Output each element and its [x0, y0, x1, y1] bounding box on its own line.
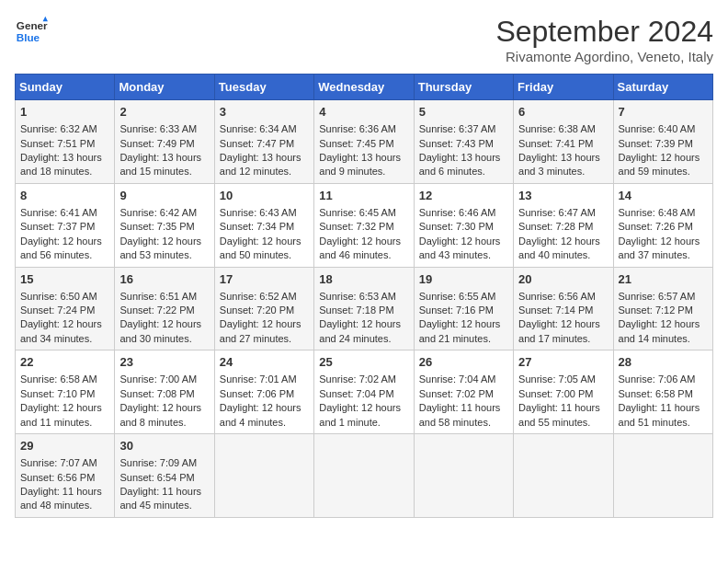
logo: General Blue	[15, 15, 48, 48]
day-number: 10	[220, 188, 309, 204]
daylight-text: Daylight: 12 hours and 27 minutes.	[220, 318, 301, 343]
daylight-text: Daylight: 12 hours and 1 minute.	[319, 402, 401, 427]
calendar-cell: 21Sunrise: 6:57 AMSunset: 7:12 PMDayligh…	[613, 267, 712, 350]
daylight-text: Daylight: 12 hours and 37 minutes.	[619, 236, 700, 260]
day-number: 17	[220, 271, 309, 288]
svg-text:Blue: Blue	[17, 31, 40, 43]
day-number: 13	[518, 188, 608, 204]
sunset-text: Sunset: 7:18 PM	[319, 304, 393, 316]
calendar-cell: 25Sunrise: 7:02 AMSunset: 7:04 PMDayligh…	[314, 350, 414, 434]
sunrise-text: Sunrise: 7:05 AM	[518, 373, 596, 385]
day-number: 22	[20, 354, 109, 371]
calendar-week-row: 15Sunrise: 6:50 AMSunset: 7:24 PMDayligh…	[16, 267, 713, 350]
day-number: 23	[119, 354, 209, 371]
day-number: 12	[419, 188, 508, 204]
daylight-text: Daylight: 11 hours and 48 minutes.	[20, 486, 102, 511]
calendar-cell	[414, 434, 513, 518]
day-number: 15	[20, 271, 109, 288]
calendar-cell: 20Sunrise: 6:56 AMSunset: 7:14 PMDayligh…	[514, 267, 613, 350]
daylight-text: Daylight: 13 hours and 15 minutes.	[119, 152, 201, 177]
calendar-cell: 15Sunrise: 6:50 AMSunset: 7:24 PMDayligh…	[16, 267, 115, 350]
sunset-text: Sunset: 7:24 PM	[20, 304, 95, 316]
daylight-text: Daylight: 11 hours and 45 minutes.	[119, 486, 201, 511]
title-area: September 2024 Rivamonte Agordino, Venet…	[495, 15, 713, 64]
day-number: 25	[319, 354, 408, 371]
sunset-text: Sunset: 7:12 PM	[619, 304, 693, 316]
sunrise-text: Sunrise: 6:47 AM	[518, 207, 596, 218]
calendar-cell: 8Sunrise: 6:41 AMSunset: 7:37 PMDaylight…	[16, 183, 115, 267]
daylight-text: Daylight: 11 hours and 58 minutes.	[419, 402, 501, 427]
calendar-cell	[613, 434, 712, 518]
calendar-cell: 29Sunrise: 7:07 AMSunset: 6:56 PMDayligh…	[16, 434, 115, 518]
day-number: 2	[119, 104, 209, 121]
day-number: 11	[319, 188, 408, 204]
sunset-text: Sunset: 7:39 PM	[619, 138, 693, 149]
sunset-text: Sunset: 7:02 PM	[419, 388, 494, 399]
sunrise-text: Sunrise: 6:37 AM	[419, 123, 496, 134]
daylight-text: Daylight: 12 hours and 11 minutes.	[20, 402, 102, 427]
calendar-cell: 30Sunrise: 7:09 AMSunset: 6:54 PMDayligh…	[115, 434, 214, 518]
calendar-cell: 11Sunrise: 6:45 AMSunset: 7:32 PMDayligh…	[314, 183, 414, 267]
daylight-text: Daylight: 12 hours and 30 minutes.	[119, 318, 201, 343]
sunrise-text: Sunrise: 6:46 AM	[419, 207, 496, 218]
day-number: 29	[20, 438, 109, 454]
calendar-cell: 2Sunrise: 6:33 AMSunset: 7:49 PMDaylight…	[115, 100, 214, 184]
sunrise-text: Sunrise: 6:40 AM	[619, 123, 696, 134]
sunset-text: Sunset: 7:22 PM	[119, 304, 194, 316]
calendar-cell: 6Sunrise: 6:38 AMSunset: 7:41 PMDaylight…	[514, 100, 613, 184]
daylight-text: Daylight: 12 hours and 21 minutes.	[419, 318, 501, 343]
daylight-text: Daylight: 12 hours and 40 minutes.	[518, 236, 600, 260]
calendar-cell	[514, 434, 613, 518]
calendar-table: SundayMondayTuesdayWednesdayThursdayFrid…	[15, 74, 713, 518]
day-number: 19	[419, 271, 508, 288]
sunrise-text: Sunrise: 7:06 AM	[619, 373, 696, 385]
sunrise-text: Sunrise: 6:43 AM	[220, 207, 297, 218]
sunset-text: Sunset: 7:47 PM	[220, 138, 294, 149]
sunset-text: Sunset: 6:54 PM	[119, 472, 194, 483]
day-number: 6	[518, 104, 608, 121]
calendar-cell: 17Sunrise: 6:52 AMSunset: 7:20 PMDayligh…	[214, 267, 313, 350]
calendar-cell: 13Sunrise: 6:47 AMSunset: 7:28 PMDayligh…	[514, 183, 613, 267]
calendar-cell: 24Sunrise: 7:01 AMSunset: 7:06 PMDayligh…	[214, 350, 313, 434]
day-number: 28	[619, 354, 708, 371]
calendar-cell: 28Sunrise: 7:06 AMSunset: 6:58 PMDayligh…	[613, 350, 712, 434]
calendar-cell: 3Sunrise: 6:34 AMSunset: 7:47 PMDaylight…	[214, 100, 313, 184]
sunrise-text: Sunrise: 6:45 AM	[319, 207, 396, 218]
daylight-text: Daylight: 12 hours and 14 minutes.	[619, 318, 700, 343]
daylight-text: Daylight: 12 hours and 24 minutes.	[319, 318, 401, 343]
sunset-text: Sunset: 7:14 PM	[518, 304, 593, 316]
calendar-cell: 4Sunrise: 6:36 AMSunset: 7:45 PMDaylight…	[314, 100, 414, 184]
weekday-header: Tuesday	[214, 75, 313, 100]
sunrise-text: Sunrise: 6:51 AM	[119, 291, 197, 302]
calendar-cell: 19Sunrise: 6:55 AMSunset: 7:16 PMDayligh…	[414, 267, 513, 350]
calendar-cell: 23Sunrise: 7:00 AMSunset: 7:08 PMDayligh…	[115, 350, 214, 434]
sunrise-text: Sunrise: 6:34 AM	[220, 123, 297, 134]
calendar-week-row: 22Sunrise: 6:58 AMSunset: 7:10 PMDayligh…	[16, 350, 713, 434]
sunrise-text: Sunrise: 6:38 AM	[518, 123, 596, 134]
day-number: 9	[119, 188, 209, 204]
month-title: September 2024	[495, 15, 713, 49]
day-number: 30	[119, 438, 209, 454]
day-number: 4	[319, 104, 408, 121]
weekday-header: Thursday	[414, 75, 513, 100]
day-number: 5	[419, 104, 508, 121]
sunset-text: Sunset: 7:41 PM	[518, 138, 593, 149]
day-number: 18	[319, 271, 408, 288]
calendar-cell: 7Sunrise: 6:40 AMSunset: 7:39 PMDaylight…	[613, 100, 712, 184]
sunset-text: Sunset: 7:49 PM	[119, 138, 194, 149]
daylight-text: Daylight: 12 hours and 43 minutes.	[419, 236, 501, 260]
sunset-text: Sunset: 7:51 PM	[20, 138, 95, 149]
sunset-text: Sunset: 7:32 PM	[319, 221, 393, 232]
sunrise-text: Sunrise: 6:36 AM	[319, 123, 396, 134]
daylight-text: Daylight: 12 hours and 8 minutes.	[119, 402, 201, 427]
sunrise-text: Sunrise: 7:09 AM	[119, 457, 197, 468]
daylight-text: Daylight: 13 hours and 6 minutes.	[419, 152, 501, 177]
sunrise-text: Sunrise: 7:00 AM	[119, 373, 197, 385]
calendar-cell: 18Sunrise: 6:53 AMSunset: 7:18 PMDayligh…	[314, 267, 414, 350]
sunrise-text: Sunrise: 7:02 AM	[319, 373, 396, 385]
weekday-header: Friday	[514, 75, 613, 100]
calendar-cell: 14Sunrise: 6:48 AMSunset: 7:26 PMDayligh…	[613, 183, 712, 267]
daylight-text: Daylight: 11 hours and 51 minutes.	[619, 402, 700, 427]
sunset-text: Sunset: 7:35 PM	[119, 221, 194, 232]
daylight-text: Daylight: 12 hours and 59 minutes.	[619, 152, 700, 177]
